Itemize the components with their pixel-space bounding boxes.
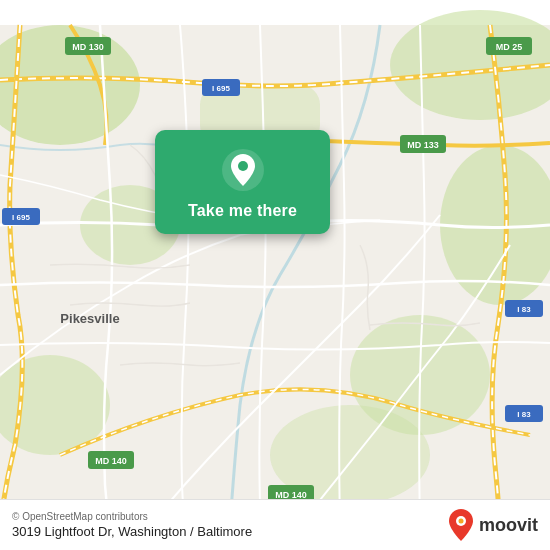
- svg-text:Pikesville: Pikesville: [60, 311, 119, 326]
- map-container: MD 130 I 695 I 695 MD 25 MD 133 I 83 I 8…: [0, 0, 550, 550]
- svg-point-31: [458, 519, 463, 524]
- svg-text:MD 133: MD 133: [407, 140, 439, 150]
- svg-text:MD 25: MD 25: [496, 42, 523, 52]
- svg-text:I 695: I 695: [12, 213, 30, 222]
- svg-point-29: [238, 161, 248, 171]
- osm-attribution: © OpenStreetMap contributors: [12, 511, 252, 522]
- svg-text:MD 130: MD 130: [72, 42, 104, 52]
- svg-text:MD 140: MD 140: [95, 456, 127, 466]
- address-section: © OpenStreetMap contributors 3019 Lightf…: [12, 511, 252, 539]
- moovit-logo: moovit: [447, 508, 538, 542]
- svg-text:I 695: I 695: [212, 84, 230, 93]
- location-pin-icon: [221, 148, 265, 192]
- address-text: 3019 Lightfoot Dr, Washington / Baltimor…: [12, 524, 252, 539]
- svg-text:I 83: I 83: [517, 410, 531, 419]
- bottom-bar: © OpenStreetMap contributors 3019 Lightf…: [0, 499, 550, 550]
- moovit-pin-icon: [447, 508, 475, 542]
- take-me-there-button[interactable]: Take me there: [188, 202, 297, 220]
- overlay-card: Take me there: [155, 130, 330, 234]
- map-background: MD 130 I 695 I 695 MD 25 MD 133 I 83 I 8…: [0, 0, 550, 550]
- moovit-text: moovit: [479, 515, 538, 536]
- svg-text:I 83: I 83: [517, 305, 531, 314]
